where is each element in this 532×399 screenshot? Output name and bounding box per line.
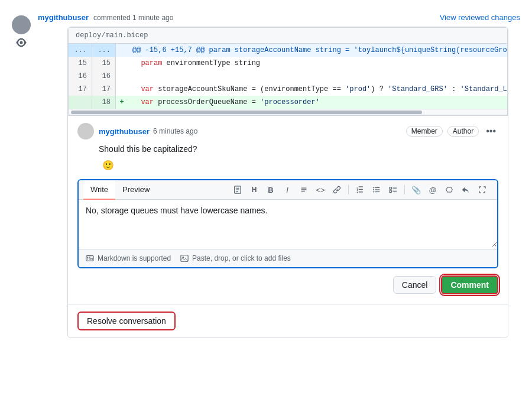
svg-rect-8: [375, 189, 379, 190]
svg-rect-15: [181, 255, 188, 262]
diff-sign-added: +: [116, 96, 128, 109]
svg-rect-13: [392, 191, 397, 192]
toolbar-reply-icon[interactable]: [458, 182, 473, 197]
diff-row: 15 15 param environmentType string: [69, 57, 507, 70]
resolve-row: Resolve conversation: [68, 304, 508, 338]
diff-sign: [116, 57, 128, 70]
svg-rect-12: [392, 188, 397, 189]
file-attach-area[interactable]: Paste, drop, or click to add files: [180, 254, 291, 262]
author-badge: Author: [447, 126, 479, 137]
member-badge: Member: [406, 126, 443, 137]
toolbar-icons: H B I <>: [230, 182, 492, 197]
diff-row: 16 16: [69, 70, 507, 83]
toolbar-link-icon[interactable]: [329, 182, 345, 197]
diff-code-added: var processOrderQueueName = 'processorde…: [128, 96, 507, 109]
svg-rect-9: [375, 192, 379, 192]
diff-filename: deploy/main.bicep: [69, 28, 507, 44]
comment-button[interactable]: Comment: [441, 275, 498, 294]
commenter-avatar-small: [77, 123, 94, 140]
more-options-button[interactable]: •••: [484, 126, 498, 137]
diff-line-num-right: 18: [92, 96, 116, 109]
diff-line-num-left: 16: [69, 70, 92, 83]
commenter-username[interactable]: mygithubuser: [38, 13, 89, 22]
svg-point-5: [373, 189, 374, 190]
comment-meta: mygithubuser 6 minutes ago: [99, 127, 401, 136]
reply-box: Write Preview H B I: [77, 179, 498, 268]
comment-timestamp: commented 1 minute ago: [93, 14, 173, 22]
toolbar-separator-2: [404, 185, 405, 194]
diff-code: param environmentType string: [128, 57, 507, 70]
reply-footer: Markdown is supported Paste, drop, or cl…: [79, 249, 497, 267]
diff-row: 17 17 var storageAccountSkuName = (envir…: [69, 83, 507, 96]
resolve-conversation-button[interactable]: Resolve conversation: [77, 312, 176, 330]
diff-line-num-left: [69, 96, 92, 109]
emoji-reaction-button[interactable]: 🙂: [99, 158, 118, 172]
toolbar-mention-icon[interactable]: @: [425, 182, 440, 197]
diff-block: deploy/main.bicep ... ... @@ -15,6 +15,7…: [68, 27, 508, 115]
diff-code: var storageAccountSkuName = (environment…: [128, 83, 508, 96]
toolbar-attach-file-icon[interactable]: [230, 182, 245, 197]
cancel-button[interactable]: Cancel: [393, 276, 437, 294]
diff-line-num-left: 17: [69, 83, 92, 96]
file-attach-label: Paste, drop, or click to add files: [192, 254, 291, 262]
reply-textarea[interactable]: [79, 200, 497, 247]
toolbar-task-list-icon[interactable]: [385, 182, 401, 197]
diff-line-num-right: 17: [92, 83, 116, 96]
toolbar-heading-icon[interactable]: H: [246, 182, 262, 197]
diff-hunk-header-code: @@ -15,6 +15,7 @@ param storageAccountNa…: [128, 44, 508, 57]
diff-line-num-left: ...: [69, 44, 92, 57]
diff-sign: [116, 44, 128, 57]
diff-row-added: 18 + var processOrderQueueName = 'proces…: [69, 96, 507, 109]
toolbar-italic-icon[interactable]: I: [280, 182, 295, 197]
diff-scrollbar-thumb: [71, 111, 422, 114]
toolbar-fullscreen-icon[interactable]: [475, 182, 490, 197]
markdown-note: Markdown is supported: [86, 254, 171, 262]
diff-code: [128, 70, 507, 83]
image-icon: [180, 254, 189, 262]
toolbar-ordered-list-icon[interactable]: [352, 182, 368, 197]
inline-commenter-username[interactable]: mygithubuser: [99, 127, 150, 136]
comment-header: mygithubuser 6 minutes ago Member Author…: [77, 123, 498, 140]
preview-tab[interactable]: Preview: [115, 180, 157, 200]
inline-comment-timestamp: 6 minutes ago: [153, 127, 197, 135]
comment-thread: deploy/main.bicep ... ... @@ -15,6 +15,7…: [67, 27, 508, 338]
toolbar-attach-icon[interactable]: 📎: [408, 182, 424, 197]
diff-line-num-right: ...: [92, 44, 116, 57]
svg-rect-10: [390, 187, 392, 190]
tab-row: Write Preview H B I: [79, 180, 497, 200]
toolbar-ref-icon[interactable]: [442, 182, 457, 197]
toolbar-quote-icon[interactable]: [296, 182, 312, 197]
diff-line-num-right: 16: [92, 70, 116, 83]
svg-point-6: [373, 191, 374, 192]
svg-rect-11: [390, 190, 392, 193]
diff-line-num-right: 15: [92, 57, 116, 70]
diff-hunk-header-row: ... ... @@ -15,6 +15,7 @@ param storageA…: [69, 44, 507, 57]
inline-comment: mygithubuser 6 minutes ago Member Author…: [68, 115, 508, 304]
toolbar-separator: [348, 185, 349, 194]
eye-icon: [15, 37, 27, 48]
inline-comment-body: Should this be capitalized?: [77, 144, 498, 154]
view-reviewed-changes-link[interactable]: View reviewed changes: [440, 13, 520, 22]
diff-line-num-left: 15: [69, 57, 92, 70]
toolbar-unordered-list-icon[interactable]: [369, 182, 384, 197]
diff-sign: [116, 70, 128, 83]
toolbar-bold-icon[interactable]: B: [263, 182, 278, 197]
svg-rect-7: [375, 187, 379, 188]
svg-point-4: [373, 187, 374, 188]
markdown-label: Markdown is supported: [98, 254, 171, 262]
write-tab[interactable]: Write: [83, 180, 115, 200]
diff-sign: [116, 83, 128, 96]
toolbar-code-icon[interactable]: <>: [313, 182, 328, 197]
markdown-icon: [86, 254, 94, 262]
action-row: Cancel Comment: [77, 268, 498, 297]
user-avatar-large: [12, 15, 31, 34]
diff-scrollbar[interactable]: [69, 109, 507, 115]
